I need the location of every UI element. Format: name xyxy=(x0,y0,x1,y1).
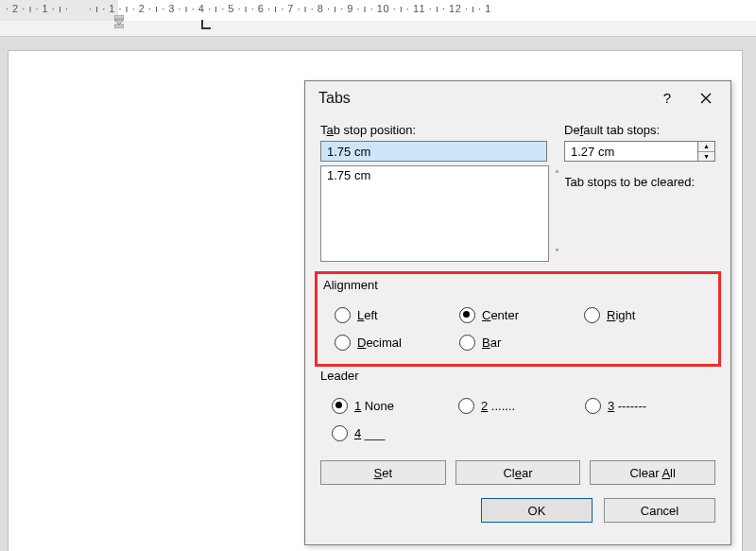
ruler-ticks: · 2 · ı · 1 · ı · · ı · 1 · ı · 2 · ı · … xyxy=(6,3,491,14)
alignment-right-option[interactable]: Right xyxy=(584,307,709,323)
scroll-up-button[interactable]: ˄ xyxy=(549,166,565,182)
radio-icon xyxy=(335,335,351,351)
scroll-down-button[interactable]: ˅ xyxy=(549,245,565,261)
radio-label: 2 ....... xyxy=(481,399,515,413)
alignment-left-option[interactable]: Left xyxy=(335,307,459,323)
spinner-down-button[interactable]: ▼ xyxy=(698,152,714,162)
app-root: · 2 · ı · 1 · ı · · ı · 1 · ı · 2 · ı · … xyxy=(0,0,756,551)
radio-label: 1 None xyxy=(354,399,394,413)
radio-icon xyxy=(459,307,475,323)
default-tab-stops-spinner[interactable]: ▲ ▼ xyxy=(564,141,715,162)
leader-2-option[interactable]: 2 ....... xyxy=(458,398,585,414)
radio-icon xyxy=(458,398,474,414)
ruler-strip: · 2 · ı · 1 · ı · · ı · 1 · ı · 2 · ı · … xyxy=(0,0,756,37)
close-button[interactable] xyxy=(689,87,723,110)
radio-label: Left xyxy=(357,308,378,322)
svg-rect-2 xyxy=(114,25,124,28)
radio-icon xyxy=(332,425,348,441)
list-item[interactable]: 1.75 cm xyxy=(321,166,548,184)
alignment-section-title: Alignment xyxy=(323,278,713,292)
alignment-highlight-box: Alignment Left Center Right xyxy=(315,271,721,367)
leader-section-title: Leader xyxy=(320,369,715,383)
tab-stop-marker-icon[interactable] xyxy=(201,20,211,29)
indent-marker-icon[interactable] xyxy=(114,15,124,28)
radio-label: Center xyxy=(482,308,519,322)
default-tab-stops-label: Default tab stops: xyxy=(564,123,715,137)
leader-group: 1 None 2 ....... 3 ------- 4 ___ xyxy=(320,388,715,447)
cancel-button[interactable]: Cancel xyxy=(604,498,715,523)
close-icon xyxy=(700,93,712,104)
alignment-center-option[interactable]: Center xyxy=(459,307,584,323)
tabs-dialog: Tabs ? Tab stop position: 1.75 cm ˄ ˅ xyxy=(304,80,731,545)
set-button[interactable]: Set xyxy=(320,460,446,485)
tab-stop-position-label: Tab stop position: xyxy=(320,123,555,137)
radio-icon xyxy=(332,398,348,414)
radio-icon xyxy=(584,307,600,323)
tab-stops-cleared-label: Tab stops to be cleared: xyxy=(564,175,715,189)
radio-label: 4 ___ xyxy=(354,426,386,440)
svg-marker-0 xyxy=(114,15,124,19)
radio-label: 3 ------- xyxy=(608,399,646,413)
ok-button[interactable]: OK xyxy=(481,498,593,523)
help-button[interactable]: ? xyxy=(653,87,681,110)
alignment-group: Left Center Right Decimal xyxy=(323,298,713,356)
clear-button[interactable]: Clear xyxy=(455,460,581,485)
radio-label: Decimal xyxy=(357,336,402,350)
default-tab-stops-input[interactable] xyxy=(564,141,715,162)
radio-label: Bar xyxy=(482,336,501,350)
dialog-title: Tabs xyxy=(318,90,351,107)
dialog-body: Tab stop position: 1.75 cm ˄ ˅ Default t… xyxy=(305,115,730,534)
tab-stop-position-input[interactable] xyxy=(320,141,547,162)
alignment-decimal-option[interactable]: Decimal xyxy=(335,335,459,351)
spinner-up-button[interactable]: ▲ xyxy=(698,142,714,152)
leader-1-option[interactable]: 1 None xyxy=(332,398,458,414)
leader-4-option[interactable]: 4 ___ xyxy=(332,425,458,441)
radio-icon xyxy=(335,307,351,323)
radio-icon xyxy=(585,398,601,414)
alignment-bar-option[interactable]: Bar xyxy=(459,335,584,351)
dialog-titlebar[interactable]: Tabs ? xyxy=(305,81,730,115)
clear-all-button[interactable]: Clear All xyxy=(590,460,715,485)
radio-label: Right xyxy=(607,308,635,322)
svg-marker-1 xyxy=(114,20,124,25)
radio-icon xyxy=(459,335,475,351)
leader-3-option[interactable]: 3 ------- xyxy=(585,398,712,414)
tab-stop-listbox[interactable]: 1.75 cm ˄ ˅ xyxy=(320,165,549,262)
